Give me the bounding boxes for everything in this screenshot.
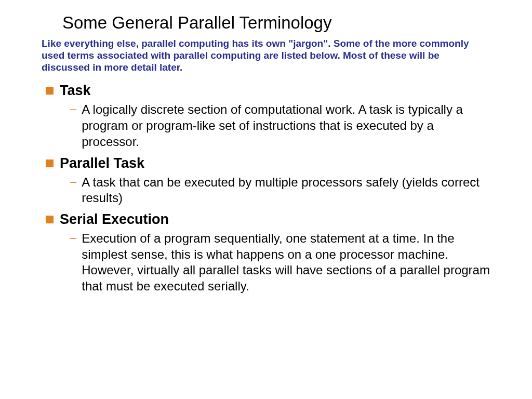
term-name: Task xyxy=(60,83,91,99)
term-desc-row: – Execution of a program sequentially, o… xyxy=(70,231,490,295)
term-desc: Execution of a program sequentially, one… xyxy=(82,231,490,295)
term-desc: A logically discrete section of computat… xyxy=(82,102,490,150)
term-desc-row: – A task that can be executed by multipl… xyxy=(70,175,490,206)
square-bullet-icon xyxy=(46,159,54,167)
dash-bullet-icon: – xyxy=(70,231,76,246)
term-header: Task xyxy=(42,83,490,99)
term-item: Parallel Task – A task that can be execu… xyxy=(42,155,490,206)
term-name: Parallel Task xyxy=(60,155,144,171)
intro-text: Like everything else, parallel computing… xyxy=(42,38,490,73)
term-item: Task – A logically discrete section of c… xyxy=(42,83,490,150)
term-header: Serial Execution xyxy=(42,211,490,228)
term-name: Serial Execution xyxy=(60,211,169,228)
term-desc: A task that can be executed by multiple … xyxy=(82,175,490,206)
term-header: Parallel Task xyxy=(42,155,490,171)
term-item: Serial Execution – Execution of a progra… xyxy=(42,211,490,295)
slide-container: Some General Parallel Terminology Like e… xyxy=(0,0,532,295)
slide-title: Some General Parallel Terminology xyxy=(62,13,490,33)
square-bullet-icon xyxy=(46,216,54,223)
square-bullet-icon xyxy=(46,87,54,95)
dash-bullet-icon: – xyxy=(70,102,76,117)
term-desc-row: – A logically discrete section of comput… xyxy=(70,102,490,150)
dash-bullet-icon: – xyxy=(70,175,76,190)
